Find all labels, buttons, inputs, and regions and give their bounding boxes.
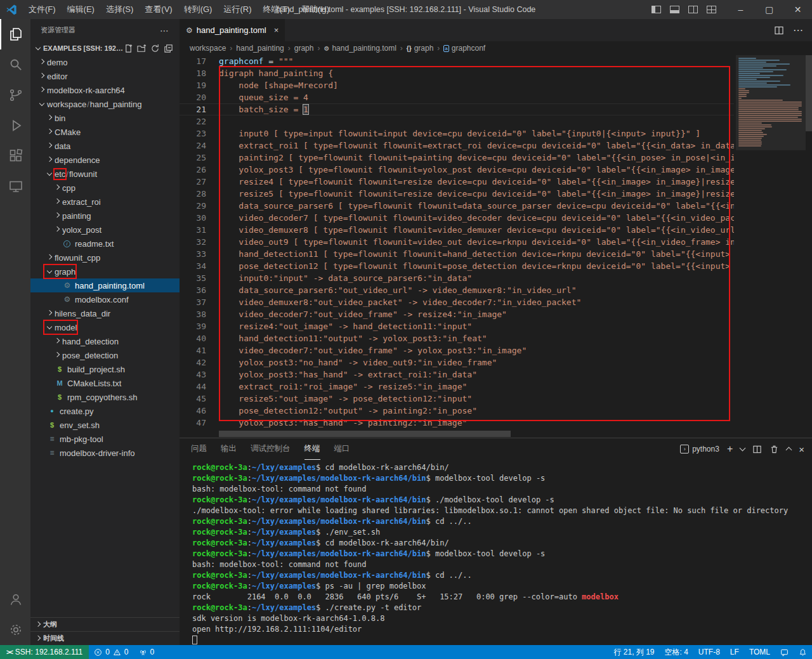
code-line[interactable]: 20 queue_size = 4 [180, 91, 734, 103]
outline-section[interactable]: 大纲 [30, 617, 180, 631]
more-actions-icon[interactable]: ⋯ [160, 25, 169, 36]
minimize-button[interactable]: – [726, 0, 755, 19]
panel-tab[interactable]: 终端 [304, 438, 320, 460]
close-tab-icon[interactable]: × [274, 25, 279, 35]
tree-folder-item[interactable]: CMake [30, 125, 180, 139]
code-line[interactable]: 46 pose_detection12:"output" -> painting… [180, 405, 734, 417]
code-line[interactable]: 42 yolox_post3:"no_hand" -> video_out9:"… [180, 356, 734, 369]
breadcrumb-item[interactable]: hand_painting [236, 44, 284, 53]
tree-folder-item[interactable]: workspace / hand_painting [30, 97, 180, 111]
code-line[interactable]: 30 video_decoder7 [ type=flowunit flowun… [180, 212, 734, 224]
panel-tab[interactable]: 输出 [221, 438, 237, 460]
code-line[interactable]: 38 video_decoder7:"out_video_frame" -> r… [180, 308, 734, 320]
code-line[interactable]: 37 video_demuxer8:"out_video_packet" -> … [180, 296, 734, 308]
code-line[interactable]: 31 video_demuxer8 [ type=flowunit flowun… [180, 224, 734, 236]
tree-folder-item[interactable]: flowunit_cpp [30, 251, 180, 264]
explorer-section-header[interactable]: EXAMPLES [SSH: 192… [30, 41, 180, 55]
tree-folder-item[interactable]: modelbox-rk-aarch64 [30, 83, 180, 97]
breadcrumb-item[interactable]: graph [294, 44, 314, 53]
panel-tab[interactable]: 端口 [334, 438, 350, 460]
code-line[interactable]: 22 [180, 115, 734, 127]
tree-file-item[interactable]: ●create.py [30, 404, 180, 418]
code-line[interactable]: 24 extract_roi1 [ type=flowunit flowunit… [180, 140, 734, 152]
code-line[interactable]: 45 resize5:"out_image" -> pose_detection… [180, 393, 734, 405]
feedback-icon[interactable] [775, 645, 794, 659]
split-terminal-icon[interactable] [752, 445, 762, 454]
code-line[interactable]: 28 resize5 [ type=flowunit flowunit=resi… [180, 188, 734, 200]
tree-folder-item[interactable]: dependence [30, 153, 180, 167]
tree-folder-item[interactable]: demo [30, 55, 180, 69]
breadcrumb-item[interactable]: workspace [190, 44, 226, 53]
encoding[interactable]: UTF-8 [693, 645, 725, 659]
remote-explorer-icon[interactable] [0, 171, 30, 202]
tree-file-item[interactable]: MCMakeLists.txt [30, 376, 180, 390]
tree-file-item[interactable]: ≡mb-pkg-tool [30, 432, 180, 446]
tree-folder-item[interactable]: editor [30, 69, 180, 83]
timeline-section[interactable]: 时间线 [30, 631, 180, 645]
code-line[interactable]: 47 yolox_post3:"has_hand" -> painting2:"… [180, 417, 734, 429]
tree-file-item[interactable]: ireadme.txt [30, 237, 180, 251]
customize-layout-icon[interactable] [707, 6, 716, 13]
new-file-icon[interactable] [124, 44, 133, 53]
tree-folder-item[interactable]: graph [30, 264, 180, 278]
account-icon[interactable] [0, 584, 30, 615]
maximize-panel-icon[interactable] [786, 447, 792, 453]
tree-file-item[interactable]: $rpm_copyothers.sh [30, 390, 180, 404]
indentation[interactable]: 空格: 4 [660, 645, 693, 659]
code-line[interactable]: 35 input0:"input" -> data_source_parser6… [180, 272, 734, 284]
code-line[interactable]: 29 data_source_parser6 [ type=flowunit f… [180, 200, 734, 212]
menu-item[interactable]: 运行(R) [218, 0, 257, 19]
settings-gear-icon[interactable] [0, 615, 30, 645]
close-panel-icon[interactable]: × [799, 444, 804, 455]
code-line[interactable]: 26 yolox_post3 [ type=flowunit flowunit=… [180, 164, 734, 176]
terminal-profile[interactable]: › python3 [680, 445, 719, 453]
menu-item[interactable]: 转到(G) [178, 0, 218, 19]
tree-folder-item[interactable]: extract_roi [30, 195, 180, 209]
breadcrumb-item[interactable]: hand_painting.toml [332, 44, 396, 53]
minimap[interactable] [736, 55, 806, 438]
code-editor[interactable]: 17graphconf = """18digraph hand_painting… [180, 55, 812, 438]
tree-folder-item[interactable]: hand_detection [30, 334, 180, 348]
panel-tab[interactable]: 问题 [191, 438, 207, 460]
tree-file-item[interactable]: $build_project.sh [30, 362, 180, 376]
tree-folder-item[interactable]: etc / flowunit [30, 167, 180, 181]
tree-folder-item[interactable]: bin [30, 111, 180, 125]
panel-tab[interactable]: 调试控制台 [251, 438, 291, 460]
code-line[interactable]: 40 hand_detection11:"output" -> yolox_po… [180, 332, 734, 344]
maximize-button[interactable]: ▢ [755, 0, 783, 19]
language-mode[interactable]: TOML [744, 645, 775, 659]
terminal-dropdown-icon[interactable] [740, 445, 746, 452]
tree-folder-item[interactable]: pose_detection [30, 348, 180, 362]
code-line[interactable]: 21 batch_size = 1 [180, 103, 734, 115]
terminal-content[interactable]: rock@rock-3a:~/lxy/examples$ cd modelbox… [180, 460, 812, 645]
menu-item[interactable]: 查看(V) [139, 0, 178, 19]
code-line[interactable]: 32 video_out9 [ type=flowunit flowunit=v… [180, 236, 734, 248]
tree-folder-item[interactable]: model [30, 320, 180, 334]
eol-sequence[interactable]: LF [725, 645, 744, 659]
code-line[interactable]: 44 extract_roi1:"roi_image" -> resize5:"… [180, 381, 734, 393]
code-line[interactable]: 36 data_source_parser6:"out_video_url" -… [180, 284, 734, 296]
source-control-icon[interactable] [0, 80, 30, 110]
toggle-secondary-sidebar-icon[interactable] [688, 6, 698, 13]
tree-folder-item[interactable]: yolox_post [30, 223, 180, 237]
new-terminal-icon[interactable]: + [727, 443, 733, 455]
code-line[interactable]: 43 yolox_post3:"has_hand" -> extract_roi… [180, 369, 734, 381]
new-folder-icon[interactable] [137, 44, 147, 53]
code-line[interactable]: 41 video_decoder7:"out_video_frame" -> y… [180, 344, 734, 356]
code-line[interactable]: 23 input0 [ type=input flowunit=input de… [180, 127, 734, 140]
tree-folder-item[interactable]: hilens_data_dir [30, 306, 180, 320]
menu-item[interactable]: 编辑(E) [62, 0, 100, 19]
collapse-all-icon[interactable] [164, 44, 173, 53]
code-line[interactable]: 19 node [shape=Mrecord] [180, 79, 734, 91]
minimap-slider[interactable] [736, 55, 806, 150]
tree-folder-item[interactable]: painting [30, 209, 180, 223]
tree-file-item[interactable]: $env_set.sh [30, 418, 180, 432]
tree-file-item[interactable]: ≡modelbox-driver-info [30, 446, 180, 460]
more-actions-icon[interactable]: ⋯ [793, 24, 803, 36]
close-button[interactable]: ✕ [783, 0, 812, 19]
kill-terminal-icon[interactable] [769, 445, 779, 454]
tree-folder-item[interactable]: data [30, 139, 180, 153]
extensions-icon[interactable] [0, 141, 30, 171]
code-line[interactable]: 18digraph hand_painting { [180, 67, 734, 79]
tree-file-item[interactable]: ⚙hand_painting.toml [30, 278, 180, 292]
